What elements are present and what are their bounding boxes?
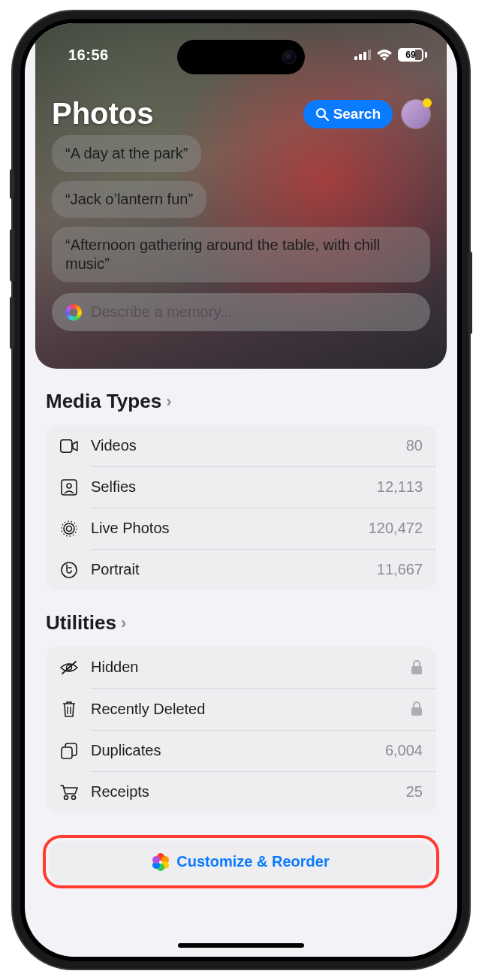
svg-point-9 [67,526,72,531]
live-photo-icon [59,520,79,537]
profile-avatar[interactable] [402,100,430,128]
svg-point-8 [67,484,71,488]
svg-rect-1 [359,54,362,60]
page-title: Photos [52,97,154,131]
media-types-card: Videos 80 Selfies 12,113 Live Photos 120… [46,425,436,590]
svg-rect-15 [411,666,422,674]
row-duplicates[interactable]: Duplicates 6,004 [46,730,436,771]
describe-input[interactable] [91,303,417,321]
svg-rect-19 [62,747,72,758]
svg-rect-0 [354,56,357,60]
lock-icon [411,701,423,716]
svg-rect-7 [62,480,77,495]
row-hidden[interactable]: Hidden [46,647,436,688]
cellular-icon [354,50,371,60]
utilities-card: Hidden Recently Deleted Duplicates 6,004 [46,647,436,813]
row-portrait[interactable]: Portrait 11,667 [46,549,436,590]
portrait-icon [59,562,79,578]
lock-icon [411,660,423,675]
chevron-right-icon: › [121,614,126,633]
search-button[interactable]: Search [303,100,393,128]
battery-indicator: 69 [398,48,427,62]
row-live-photos[interactable]: Live Photos 120,472 [46,508,436,549]
svg-line-5 [324,116,328,120]
svg-rect-6 [61,439,72,451]
search-icon [315,107,329,121]
memory-suggestion[interactable]: “A day at the park” [52,135,201,172]
video-icon [59,439,79,453]
section-header-media-types[interactable]: Media Types › [46,390,436,413]
svg-rect-2 [363,52,366,60]
status-time: 16:56 [68,47,109,64]
row-receipts[interactable]: Receipts 25 [46,771,436,813]
section-header-utilities[interactable]: Utilities › [46,611,436,635]
hidden-icon [59,660,79,675]
receipts-icon [59,784,79,801]
svg-rect-3 [368,50,371,60]
svg-point-10 [64,523,74,534]
chevron-right-icon: › [166,392,171,412]
home-indicator[interactable] [178,943,304,948]
customize-reorder-button[interactable]: Customize & Reorder [49,841,433,882]
memory-suggestion[interactable]: “Jack o’lantern fun” [52,181,206,218]
dynamic-island [177,40,305,74]
svg-point-12 [62,562,77,577]
memory-suggestion[interactable]: “Afternoon gathering around the table, w… [52,227,430,282]
svg-rect-18 [411,707,422,716]
wifi-icon [376,49,393,61]
photos-flower-icon [152,854,169,870]
row-recently-deleted[interactable]: Recently Deleted [46,688,436,730]
duplicates-icon [59,743,79,759]
trash-icon [59,700,79,718]
svg-point-20 [65,795,68,799]
row-selfies[interactable]: Selfies 12,113 [46,466,436,508]
describe-memory-field[interactable] [52,293,430,331]
row-videos[interactable]: Videos 80 [46,425,436,466]
selfie-icon [59,479,79,496]
intelligence-icon [65,304,82,321]
customize-highlight: Customize & Reorder [43,835,439,888]
svg-point-21 [72,795,76,799]
